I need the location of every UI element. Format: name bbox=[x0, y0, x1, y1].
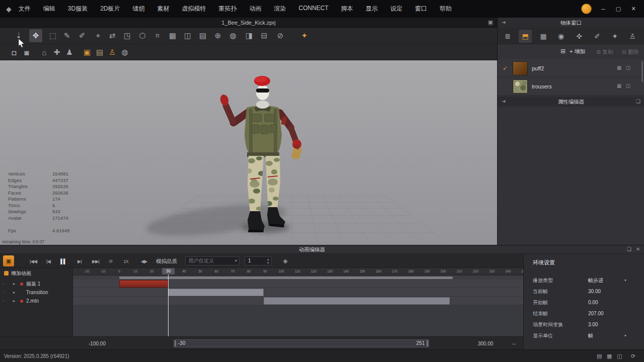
object-list-tab-icon[interactable]: ≣ bbox=[501, 30, 514, 43]
menu-item-4[interactable]: 2D板片 bbox=[100, 5, 120, 13]
track-2.mtn[interactable]: ▫▸2.mtn bbox=[0, 297, 73, 305]
transform-tool-icon[interactable]: ◳ bbox=[121, 29, 134, 42]
show-fabric-toggle-icon[interactable]: ▤ bbox=[93, 46, 106, 59]
add-folder-icon[interactable]: ⊞ bbox=[560, 48, 566, 55]
playhead-line[interactable] bbox=[168, 275, 169, 336]
track-服装-1[interactable]: ▫▸服装 1 bbox=[0, 280, 73, 288]
trim-tab-icon[interactable]: ✜ bbox=[573, 30, 586, 43]
add-object-button[interactable]: + 增加 bbox=[570, 48, 585, 55]
frame-step-button[interactable]: ◀▶ bbox=[137, 255, 151, 266]
render-style-toggle-icon[interactable]: ◍ bbox=[118, 46, 131, 59]
attach-tool-icon[interactable]: ✚ bbox=[50, 46, 63, 59]
3d-viewport[interactable]: Vertices154881Edges447337Triangles292626… bbox=[0, 60, 497, 245]
stepper-arrows-icon[interactable]: ▲▼ bbox=[267, 258, 270, 265]
track-toggle-icon[interactable]: ▫ bbox=[3, 288, 4, 297]
sewing-tool-icon[interactable]: ▦ bbox=[166, 29, 179, 42]
pin-panel-icon[interactable]: ❏ bbox=[636, 97, 640, 107]
timeline-clip-1[interactable] bbox=[168, 289, 264, 296]
menu-item-13[interactable]: 显示 bbox=[366, 5, 378, 13]
steam-tool-icon[interactable]: ⊕ bbox=[211, 29, 224, 42]
delete-object-button[interactable]: ⊟ 删除 bbox=[622, 48, 639, 56]
dual-view-icon[interactable]: ◫ bbox=[617, 350, 622, 362]
timeline-overview-strip[interactable] bbox=[119, 277, 453, 279]
edit-pattern-tool-icon[interactable]: ✐ bbox=[75, 29, 89, 42]
brand-logo-icon[interactable] bbox=[581, 4, 592, 14]
env-setting-value[interactable]: 30.00 bbox=[588, 286, 601, 297]
menu-item-14[interactable]: 设定 bbox=[390, 5, 403, 13]
minimize-button[interactable]: ─ bbox=[600, 6, 607, 12]
pin-panel-icon[interactable]: ❏ bbox=[627, 246, 631, 252]
playback-settings-icon[interactable]: ◈ bbox=[280, 255, 291, 266]
timeline-area[interactable]: -30-20-100102030405060708090100110120130… bbox=[0, 268, 523, 336]
maximize-button[interactable]: ▢ bbox=[615, 6, 622, 12]
free-sewing-tool-icon[interactable]: ▤ bbox=[196, 29, 209, 42]
env-setting-value[interactable]: 帧 bbox=[588, 330, 593, 341]
simulate-tool-icon[interactable]: ✥ bbox=[29, 29, 42, 42]
menu-item-1[interactable]: 文件 bbox=[19, 5, 31, 13]
panel-layout-icon[interactable]: ▦ bbox=[607, 350, 612, 362]
env-setting-value[interactable]: 207.00 bbox=[588, 308, 604, 319]
show-garment-toggle-icon[interactable]: ▣ bbox=[80, 46, 94, 59]
menu-item-2[interactable]: 编辑 bbox=[43, 5, 55, 13]
track-lane-1[interactable] bbox=[73, 288, 523, 297]
record-animation-button[interactable]: ▣ bbox=[3, 255, 14, 266]
object-item-trousers[interactable]: trousers▦◫ bbox=[498, 77, 644, 96]
avatar-tab-icon[interactable]: ♙ bbox=[626, 30, 639, 43]
range-fit-icon[interactable]: ↔ bbox=[511, 340, 517, 346]
pause-button[interactable]: ▌▌ bbox=[56, 255, 70, 266]
track-toggle-icon[interactable]: ▫ bbox=[3, 280, 4, 288]
jump-end-button[interactable]: ▶▶| bbox=[89, 255, 103, 266]
env-setting-value[interactable]: 帧步进 bbox=[588, 275, 603, 286]
menu-item-6[interactable]: 素材 bbox=[157, 5, 169, 13]
pin-tool-icon[interactable]: ⌖ bbox=[92, 29, 105, 42]
viewport-maximize-icon[interactable]: ▣ bbox=[488, 19, 493, 26]
object-item-puff2[interactable]: ✓puff2▦◫ bbox=[498, 59, 644, 77]
close-panel-icon[interactable]: ✕ bbox=[636, 246, 640, 252]
hand-tool-icon[interactable]: ✦ bbox=[298, 29, 311, 42]
collapse-arrow-icon[interactable]: ➜ bbox=[502, 97, 506, 107]
track-transition[interactable]: ▫▸Transition bbox=[0, 288, 73, 297]
pattern-toggle-icon[interactable]: ▦ bbox=[617, 83, 621, 88]
hanger-tool-icon[interactable]: ⌂ bbox=[38, 46, 51, 59]
tool-tab-icon[interactable]: ✦ bbox=[608, 30, 621, 43]
timeline-clip-0[interactable] bbox=[119, 280, 168, 288]
sphere-tab-icon[interactable]: ◉ bbox=[554, 30, 568, 43]
menu-item-5[interactable]: 缝纫 bbox=[132, 5, 144, 13]
menu-item-3[interactable]: 3D服装 bbox=[68, 5, 88, 13]
fold-arrangement-tool-icon[interactable]: ◨ bbox=[243, 29, 256, 42]
track-toggle-icon[interactable]: ▫ bbox=[3, 297, 4, 305]
add-animation-button[interactable]: 增加动画 bbox=[4, 270, 31, 277]
range-handle[interactable]: -30 251 bbox=[174, 339, 429, 347]
close-button[interactable]: ✕ bbox=[630, 6, 637, 12]
menu-item-9[interactable]: 动画 bbox=[249, 5, 261, 13]
menu-item-10[interactable]: 渲染 bbox=[274, 5, 286, 13]
garment-tab-icon[interactable]: ⬒ bbox=[519, 30, 532, 43]
fabric-tab-icon[interactable]: ▦ bbox=[537, 30, 550, 43]
sim-quality-dropdown[interactable]: 用户自定义 ▾ bbox=[185, 256, 239, 265]
timeline-ruler[interactable]: -30-20-100102030405060708090100110120130… bbox=[0, 268, 523, 276]
object-list-scrollbar[interactable] bbox=[641, 61, 643, 82]
brush-tab-icon[interactable]: ✐ bbox=[591, 30, 604, 43]
grid-tool-icon[interactable]: ⌗ bbox=[151, 29, 164, 42]
grid-view-icon[interactable]: ▤ bbox=[597, 350, 602, 362]
polygon-tool-icon[interactable]: ⬡ bbox=[136, 29, 149, 42]
rectangle-select-tool-icon[interactable]: ⬚ bbox=[46, 29, 59, 42]
visibility-toggle-icon[interactable]: ◫ bbox=[626, 83, 630, 88]
playhead-frame-flag[interactable]: 30 bbox=[162, 268, 175, 275]
env-setting-value[interactable]: 3.00 bbox=[588, 319, 598, 330]
dropdown-caret-icon[interactable]: ▾ bbox=[624, 275, 626, 286]
next-frame-button[interactable]: ▶| bbox=[72, 255, 87, 266]
copy-object-button[interactable]: ⧉ 复制 bbox=[597, 48, 613, 56]
pen-tool-icon[interactable]: ✎ bbox=[60, 29, 73, 42]
timeline-clip-2[interactable] bbox=[264, 297, 450, 305]
prev-frame-button[interactable]: |◀ bbox=[41, 255, 55, 266]
visibility-toggle-icon[interactable]: ◫ bbox=[626, 65, 630, 70]
menu-item-8[interactable]: 重拓扑 bbox=[218, 5, 236, 13]
menu-item-15[interactable]: 窗口 bbox=[415, 5, 427, 13]
avatar-pose-icon[interactable]: ♟ bbox=[63, 46, 76, 59]
jump-start-button[interactable]: |◀◀ bbox=[26, 255, 40, 266]
env-setting-value[interactable]: 0.00 bbox=[588, 297, 598, 308]
swap-tool-icon[interactable]: ⇄ bbox=[106, 29, 119, 42]
menu-item-16[interactable]: 帮助 bbox=[440, 5, 452, 13]
menu-item-7[interactable]: 虚拟模特 bbox=[182, 5, 206, 13]
